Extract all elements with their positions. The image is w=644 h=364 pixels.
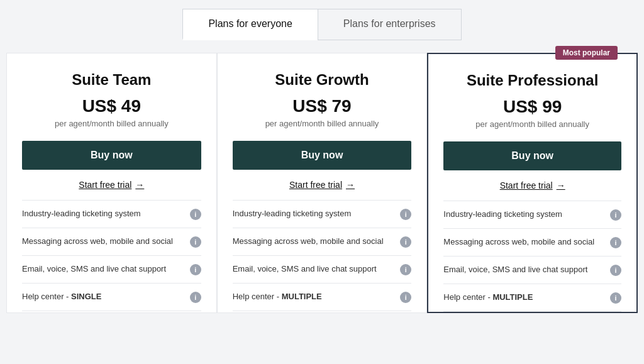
feature-text: Help center - SINGLE [22, 291, 185, 302]
info-icon[interactable]: i [610, 292, 621, 304]
feature-text: Industry-leading ticketing system [233, 208, 396, 219]
info-icon[interactable]: i [610, 237, 621, 248]
features-list: Industry-leading ticketing system i Mess… [22, 201, 201, 311]
feature-item: Email, voice, SMS and live chat support … [443, 256, 621, 284]
tab-plans-enterprises[interactable]: Plans for enterprises [318, 9, 462, 40]
plan-price: US$ 79 [233, 96, 412, 116]
page-wrapper: Plans for everyone Plans for enterprises… [0, 0, 644, 313]
plan-name: Suite Growth [233, 71, 412, 89]
plan-billing: per agent/month billed annually [22, 119, 201, 128]
feature-text: Industry-leading ticketing system [22, 208, 185, 219]
plan-card-suite-team: Suite Team US$ 49 per agent/month billed… [6, 53, 217, 313]
plan-billing: per agent/month billed annually [443, 119, 621, 129]
arrow-right-icon: → [346, 180, 355, 190]
plan-price: US$ 49 [22, 96, 201, 116]
tab-plans-everyone[interactable]: Plans for everyone [182, 9, 317, 40]
feature-item: Messaging across web, mobile and social … [233, 228, 412, 256]
info-icon[interactable]: i [400, 264, 411, 275]
feature-item: Messaging across web, mobile and social … [22, 228, 201, 256]
info-icon[interactable]: i [190, 236, 201, 248]
info-icon[interactable]: i [610, 265, 621, 276]
feature-text: Help center - MULTIPLE [443, 292, 605, 303]
tab-bar: Plans for everyone Plans for enterprises [0, 0, 644, 40]
free-trial-label: Start free trial [289, 180, 342, 190]
feature-text: Email, voice, SMS and live chat support [233, 263, 396, 275]
plan-name: Suite Professional [443, 72, 621, 89]
feature-text: Messaging across web, mobile and social [22, 236, 185, 247]
plans-grid: Suite Team US$ 49 per agent/month billed… [6, 53, 638, 313]
feature-text: Email, voice, SMS and live chat support [22, 263, 185, 275]
plan-card-suite-professional: Most popular Suite Professional US$ 99 p… [427, 53, 638, 313]
plan-billing: per agent/month billed annually [233, 119, 412, 128]
feature-item: Industry-leading ticketing system i [443, 201, 621, 229]
feature-item: Email, voice, SMS and live chat support … [22, 256, 201, 284]
buy-now-button[interactable]: Buy now [443, 141, 621, 170]
plan-name: Suite Team [22, 71, 201, 89]
free-trial-label: Start free trial [500, 180, 553, 190]
info-icon[interactable]: i [190, 292, 201, 303]
buy-now-button[interactable]: Buy now [22, 141, 201, 170]
features-list: Industry-leading ticketing system i Mess… [443, 201, 621, 312]
info-icon[interactable]: i [400, 209, 411, 220]
info-icon[interactable]: i [400, 292, 411, 303]
plan-price: US$ 99 [443, 97, 621, 117]
feature-text: Messaging across web, mobile and social [233, 236, 396, 247]
tab-enterprises-label: Plans for enterprises [343, 18, 436, 29]
info-icon[interactable]: i [190, 264, 201, 275]
features-list: Industry-leading ticketing system i Mess… [233, 201, 412, 311]
feature-item: Industry-leading ticketing system i [233, 201, 412, 228]
info-icon[interactable]: i [400, 236, 411, 248]
feature-item: Industry-leading ticketing system i [22, 201, 201, 228]
feature-item: Messaging across web, mobile and social … [443, 229, 621, 256]
feature-text: Industry-leading ticketing system [443, 209, 605, 220]
feature-item: Help center - SINGLE i [22, 284, 201, 311]
arrow-right-icon: → [557, 180, 565, 190]
info-icon[interactable]: i [610, 209, 621, 221]
feature-text: Help center - MULTIPLE [233, 291, 396, 302]
plan-card-suite-growth: Suite Growth US$ 79 per agent/month bill… [217, 53, 428, 313]
buy-now-button[interactable]: Buy now [233, 141, 412, 170]
tab-everyone-label: Plans for everyone [208, 18, 292, 29]
feature-text: Email, voice, SMS and live chat support [443, 264, 605, 275]
arrow-right-icon: → [135, 180, 144, 190]
free-trial-label: Start free trial [79, 180, 131, 190]
feature-item: Email, voice, SMS and live chat support … [233, 256, 412, 284]
info-icon[interactable]: i [190, 209, 201, 220]
feature-item: Help center - MULTIPLE i [233, 284, 412, 311]
free-trial-link[interactable]: Start free trial → [22, 180, 201, 201]
most-popular-badge: Most popular [555, 46, 618, 60]
feature-text: Messaging across web, mobile and social [443, 236, 605, 248]
free-trial-link[interactable]: Start free trial → [443, 180, 621, 201]
feature-item: Help center - MULTIPLE i [443, 284, 621, 312]
free-trial-link[interactable]: Start free trial → [233, 180, 412, 201]
